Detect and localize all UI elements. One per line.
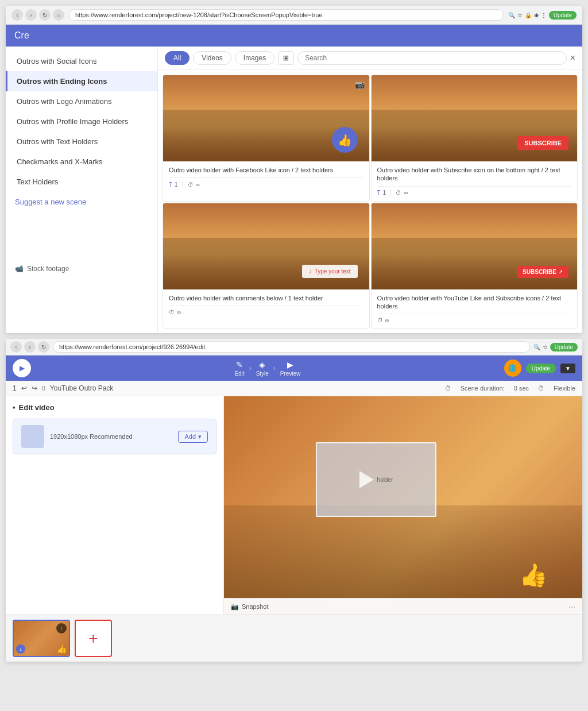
nav-buttons-2: ‹ › ↻: [10, 341, 49, 353]
step-edit[interactable]: ✎ Edit: [234, 360, 244, 377]
scene-card-3[interactable]: ↓ Type your text Outro video holder with…: [163, 203, 370, 329]
clock-icon-4: ⏱: [377, 317, 383, 323]
user-avatar: 🌐: [504, 360, 521, 377]
scene-number: 1: [13, 384, 17, 392]
sidebar-item-logo-animations[interactable]: Outros with Logo Animations: [6, 91, 157, 111]
search-input[interactable]: [297, 51, 566, 65]
modal-sidebar: Outros with Social Icons Outros with End…: [6, 47, 158, 333]
sidebar-item-text-holders[interactable]: Outros with Text Holders: [6, 132, 157, 152]
sidebar-item-profile-image[interactable]: Outros with Profile Image Holders: [6, 111, 157, 132]
address-bar-bottom[interactable]: https://www.renderforest.com/project/926…: [53, 341, 530, 353]
stock-footage-link[interactable]: 📹 Stock footage: [6, 258, 157, 280]
tab-all[interactable]: All: [165, 51, 189, 65]
add-video-button[interactable]: Add ▾: [178, 431, 208, 443]
grid-view-icon[interactable]: ⊞: [278, 51, 294, 65]
scene-text-count-2: 1: [383, 190, 386, 196]
scene-info-2: Outro video holder with Subscribe icon o…: [372, 161, 578, 201]
step-style[interactable]: ◈ Style: [256, 360, 269, 377]
tab-images[interactable]: Images: [235, 51, 274, 65]
filmstrip: ⋮ 1 👍 +: [6, 615, 582, 662]
sidebar-item-checkmarks[interactable]: Checkmarks and X-Marks: [6, 152, 157, 172]
dropdown-btn[interactable]: ▼: [560, 364, 575, 373]
scene-duration-2: ∞: [404, 190, 408, 196]
sidebar-item-text-holders-2[interactable]: Text Holders: [6, 172, 157, 192]
preview-icon: ▶: [287, 360, 293, 369]
menu-icon: ⋮: [541, 12, 547, 18]
play-triangle-icon: [359, 471, 374, 488]
back-btn[interactable]: ‹: [11, 9, 23, 21]
filmstrip-like-icon: 👍: [57, 644, 67, 654]
play-logo-icon[interactable]: ▶: [13, 359, 31, 377]
scene-info-4: Outro video holder with YouTube Like and…: [372, 289, 578, 329]
extension-icon: ⊕: [534, 12, 539, 18]
edit-panel: ▪ Edit video 1920x1080px Recommended Add…: [6, 396, 224, 615]
text-icon-2: T: [377, 190, 381, 196]
forward-btn[interactable]: ›: [25, 9, 37, 21]
camera-icon: 📷: [355, 80, 365, 89]
style-icon: ◈: [259, 360, 265, 369]
step-arrow-1: ›: [249, 364, 252, 372]
close-modal-button[interactable]: ×: [570, 53, 575, 63]
back-btn-2[interactable]: ‹: [10, 341, 22, 353]
edit-icon: ✎: [236, 360, 243, 369]
tab-videos[interactable]: Videos: [193, 51, 231, 65]
more-options-button[interactable]: ···: [568, 602, 575, 611]
modal-header: Cre: [6, 25, 582, 47]
arrow-down-icon: ↓: [309, 268, 312, 275]
scene-duration-3: ∞: [177, 309, 181, 315]
top-panel: ‹ › ↻ ⌂ https://www.renderforest.com/pro…: [6, 6, 582, 333]
video-placeholder-box[interactable]: holder: [316, 442, 436, 517]
scene-title-3: Outro video holder with comments below /…: [169, 294, 363, 302]
toolbar-right: 🌐 Update ▼: [504, 360, 575, 377]
content-tabs: All Videos Images ⊞ ×: [158, 47, 582, 70]
comment-badge: ↓ Type your text: [302, 265, 358, 278]
scene-bar: 1 ↩ ↪ 0 YouTube Outro Pack ⏱ Scene durat…: [6, 381, 582, 396]
preview-bottom-bar: 📷 Snapshot ···: [224, 598, 582, 615]
scene-text-count-1: 1: [175, 181, 178, 188]
clock-scene-icon: ⏱: [445, 385, 451, 392]
update-btn-editor[interactable]: Update: [526, 364, 556, 373]
editor-body: ▪ Edit video 1920x1080px Recommended Add…: [6, 396, 582, 615]
star-icon: ☆: [543, 344, 548, 350]
clock-icon-3: ⏱: [169, 309, 175, 315]
step-preview[interactable]: ▶ Preview: [280, 360, 301, 377]
modal-title: Cre: [14, 30, 29, 41]
scene-thumbnail-2: SUBSCRIBE: [372, 75, 578, 161]
browser-actions-top: 🔍 ☆ 🔒 ⊕ ⋮ Update: [508, 11, 577, 20]
like-icon: 👍: [332, 127, 358, 153]
sidebar-item-social-icons[interactable]: Outros with Social Icons: [6, 51, 157, 71]
scene-thumbnail-3: ↓ Type your text: [163, 203, 369, 289]
upload-label: 1920x1080px Recommended: [50, 433, 172, 440]
bottom-panel: ‹ › ↻ https://www.renderforest.com/proje…: [6, 339, 582, 662]
scene-title-2: Outro video holder with Subscribe icon o…: [377, 166, 572, 183]
home-btn[interactable]: ⌂: [53, 9, 64, 21]
scene-meta-1: T 1 ⏱ ∞: [169, 177, 363, 188]
scene-thumbnail-1: 📷 👍: [163, 75, 369, 161]
scene-info-3: Outro video holder with comments below /…: [163, 289, 369, 320]
video-upload-area: 1920x1080px Recommended Add ▾: [13, 419, 216, 454]
scenes-grid: 📷 👍 Outro video holder with Facebook Lik…: [158, 70, 582, 333]
modal-content-area: All Videos Images ⊞ × 📷 👍: [158, 47, 582, 333]
filmstrip-thumb-1[interactable]: ⋮ 1 👍: [13, 620, 70, 657]
sidebar-item-ending-icons[interactable]: Outros with Ending Icons: [6, 71, 157, 91]
suggest-scene-link[interactable]: Suggest a new scene: [6, 192, 157, 212]
snapshot-button[interactable]: 📷 Snapshot: [231, 603, 268, 610]
text-icon-1: T: [169, 181, 172, 188]
scene-thumbnail-4: SUBSCRIBE ↗: [372, 203, 578, 289]
update-button-top[interactable]: Update: [549, 11, 577, 20]
video-icon: ▪: [13, 403, 16, 412]
refresh-btn-2[interactable]: ↻: [38, 341, 49, 353]
scene-card-2[interactable]: SUBSCRIBE Outro video holder with Subscr…: [371, 75, 578, 202]
scene-card-1[interactable]: 📷 👍 Outro video holder with Facebook Lik…: [163, 75, 370, 202]
refresh-btn[interactable]: ↻: [39, 9, 51, 21]
scene-pack-name: YouTube Outro Pack: [50, 384, 114, 392]
scene-card-4[interactable]: SUBSCRIBE ↗ Outro video holder with YouT…: [371, 203, 578, 329]
redo-icon[interactable]: ↪: [32, 384, 37, 392]
address-bar-top[interactable]: https://www.renderforest.com/project/new…: [69, 9, 504, 21]
dropdown-arrow-icon: ▾: [198, 433, 202, 440]
placeholder-text: holder: [377, 477, 393, 483]
undo-icon[interactable]: ↩: [21, 384, 27, 392]
add-scene-button[interactable]: +: [75, 620, 112, 657]
forward-btn-2[interactable]: ›: [24, 341, 36, 353]
update-button-bottom[interactable]: Update: [550, 343, 578, 351]
